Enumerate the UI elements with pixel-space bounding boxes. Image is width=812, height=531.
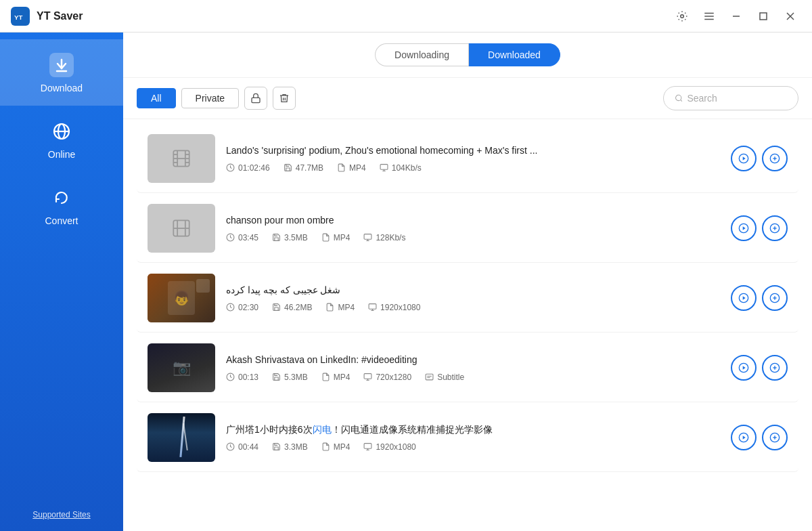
meta-duration: 02:30 xyxy=(226,303,258,312)
close-button[interactable] xyxy=(780,5,801,27)
monitor-icon xyxy=(363,442,372,451)
sidebar: Download Online xyxy=(0,33,123,531)
video-meta: 03:45 3.5MB MP4 128Kb/s xyxy=(226,233,720,242)
sidebar-item-download[interactable]: Download xyxy=(0,39,123,106)
video-thumbnail: 📷 xyxy=(148,343,215,392)
search-input[interactable] xyxy=(687,93,787,104)
sidebar-item-online[interactable]: Online xyxy=(0,106,123,172)
svg-marker-46 xyxy=(743,226,746,230)
play-icon xyxy=(738,293,749,303)
meta-format: MP4 xyxy=(321,373,351,382)
subtitle-icon xyxy=(425,373,434,381)
play-icon xyxy=(738,432,749,443)
video-actions xyxy=(731,425,788,450)
file-icon xyxy=(325,303,334,312)
folder-icon xyxy=(769,223,780,234)
monitor-icon xyxy=(368,303,377,312)
monitor-icon xyxy=(363,373,372,381)
folder-button[interactable] xyxy=(762,215,788,241)
play-button[interactable] xyxy=(731,285,757,311)
video-info: Akash Shrivastava on LinkedIn: #videoedi… xyxy=(226,354,720,382)
meta-format: MP4 xyxy=(321,233,351,242)
clock-icon xyxy=(226,442,235,451)
minimize-button[interactable] xyxy=(725,5,747,27)
download-label: Download xyxy=(41,83,83,93)
sidebar-item-convert[interactable]: Convert xyxy=(0,172,123,238)
play-icon xyxy=(738,362,749,373)
video-item: 📷 Akash Shrivastava on LinkedIn: #videoe… xyxy=(137,334,798,402)
folder-button[interactable] xyxy=(762,425,788,450)
video-info: Lando's 'surprising' podium, Zhou's emot… xyxy=(226,144,720,173)
video-thumbnail: 👦 xyxy=(148,274,215,322)
lock-icon-button[interactable] xyxy=(244,87,267,110)
filter-bar: All Private xyxy=(123,78,812,119)
svg-rect-29 xyxy=(380,165,388,170)
video-item: chanson pour mon ombre 03:45 3.5MB MP xyxy=(137,194,798,263)
meta-size: 46.2MB xyxy=(272,303,312,312)
video-thumbnail xyxy=(148,134,215,183)
maximize-button[interactable] xyxy=(752,5,774,27)
meta-format: MP4 xyxy=(337,163,366,173)
main-layout: Download Online xyxy=(0,33,812,531)
folder-icon xyxy=(769,153,780,164)
titlebar-controls xyxy=(671,5,801,27)
play-icon xyxy=(738,223,749,234)
save-icon xyxy=(272,373,281,381)
content-area: Downloading Downloaded All Private xyxy=(123,33,812,531)
filter-private-button[interactable]: Private xyxy=(181,88,240,108)
film-icon xyxy=(172,219,191,238)
video-info: 广州塔1小时内接6次闪电！闪电通道成像系统精准捕捉光学影像 00:44 3.3M… xyxy=(226,423,720,452)
monitor-icon xyxy=(380,163,388,172)
clock-icon xyxy=(226,373,235,381)
online-label: Online xyxy=(48,149,75,160)
video-meta: 01:02:46 47.7MB MP4 104Kb/s xyxy=(226,163,720,173)
delete-icon-button[interactable] xyxy=(273,87,296,110)
settings-button[interactable] xyxy=(671,5,693,27)
video-info: chanson pour mon ombre 03:45 3.5MB MP xyxy=(226,214,720,242)
play-button[interactable] xyxy=(731,425,757,450)
save-icon xyxy=(272,303,281,312)
clock-icon xyxy=(226,303,235,312)
video-item: Lando's 'surprising' podium, Zhou's emot… xyxy=(137,125,798,193)
meta-duration: 00:44 xyxy=(226,442,258,452)
play-button[interactable] xyxy=(731,215,757,241)
meta-resolution: 1920x1080 xyxy=(368,303,420,312)
search-box xyxy=(663,86,798,110)
thumb-placeholder xyxy=(148,204,215,253)
folder-button[interactable] xyxy=(762,355,788,381)
meta-resolution: 720x1280 xyxy=(363,373,411,382)
video-title: شغل عجیبی که بچه پیدا کرده xyxy=(226,284,720,297)
meta-resolution: 1920x1080 xyxy=(363,442,415,452)
folder-icon xyxy=(769,293,780,303)
file-icon xyxy=(321,233,330,242)
app-icon: YT xyxy=(11,7,30,26)
video-title: 广州塔1小时内接6次闪电！闪电通道成像系统精准捕捉光学影像 xyxy=(226,423,720,437)
svg-rect-63 xyxy=(426,374,433,380)
meta-duration: 00:13 xyxy=(226,373,258,382)
menu-button[interactable] xyxy=(698,5,720,27)
titlebar: YT YT Saver xyxy=(0,0,812,33)
tab-downloaded[interactable]: Downloaded xyxy=(468,43,560,66)
meta-bitrate: 104Kb/s xyxy=(380,163,422,173)
svg-line-19 xyxy=(681,100,682,101)
online-icon xyxy=(48,118,75,145)
play-button[interactable] xyxy=(731,146,757,171)
video-thumbnail xyxy=(148,413,215,462)
filter-all-button[interactable]: All xyxy=(137,88,176,108)
clock-icon xyxy=(226,233,235,242)
video-item: 广州塔1小时内接6次闪电！闪电通道成像系统精准捕捉光学影像 00:44 3.3M… xyxy=(137,404,798,472)
video-actions xyxy=(731,355,788,381)
folder-button[interactable] xyxy=(762,146,788,171)
titlebar-left: YT YT Saver xyxy=(11,7,83,26)
play-button[interactable] xyxy=(731,355,757,381)
download-icon xyxy=(48,51,75,79)
file-icon xyxy=(321,373,330,381)
folder-button[interactable] xyxy=(762,285,788,311)
svg-point-18 xyxy=(676,95,681,100)
svg-marker-33 xyxy=(743,156,746,160)
supported-sites-link[interactable]: Supported Sites xyxy=(32,510,90,519)
tab-downloading[interactable]: Downloading xyxy=(375,43,468,66)
film-icon xyxy=(172,149,191,168)
folder-icon xyxy=(769,362,780,373)
video-meta: 00:44 3.3MB MP4 1920x1080 xyxy=(226,442,720,452)
